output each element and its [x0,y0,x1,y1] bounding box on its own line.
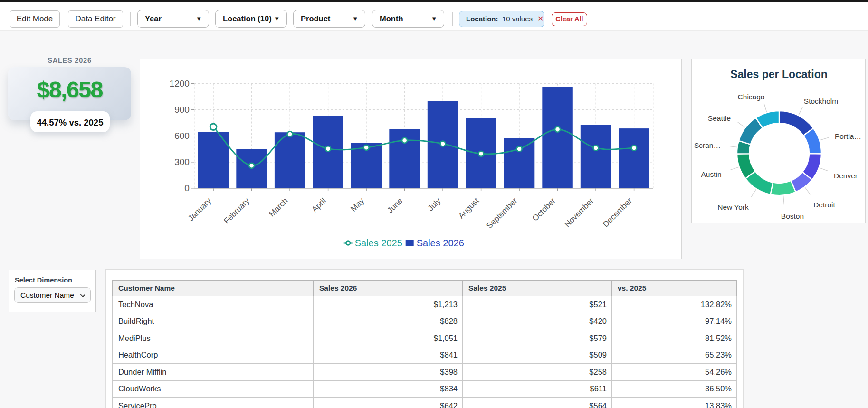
svg-text:Detroit: Detroit [813,201,835,209]
svg-text:Seattle: Seattle [708,114,731,122]
svg-text:300: 300 [174,157,190,167]
svg-text:New York: New York [717,203,749,211]
svg-text:Sales 2025: Sales 2025 [355,238,402,248]
svg-text:0: 0 [184,183,190,193]
svg-text:March: March [267,196,290,219]
svg-text:Sales 2026: Sales 2026 [417,238,464,248]
svg-text:August: August [457,196,481,221]
svg-text:900: 900 [174,105,190,115]
svg-text:Stockholm: Stockholm [804,97,838,105]
svg-text:January: January [186,196,213,223]
svg-text:Austin: Austin [701,170,721,178]
svg-text:Boston: Boston [781,212,804,220]
svg-text:February: February [222,196,251,225]
svg-text:April: April [310,196,327,214]
svg-text:July: July [426,196,443,213]
svg-text:Chicago: Chicago [738,93,765,101]
svg-text:Denver: Denver [834,172,858,180]
svg-text:Portla…: Portla… [835,132,861,140]
svg-text:June: June [385,196,404,215]
svg-text:November: November [563,196,596,229]
svg-text:1200: 1200 [170,78,190,88]
svg-text:Scran…: Scran… [694,141,721,149]
svg-text:600: 600 [174,131,190,141]
svg-text:September: September [485,196,519,230]
svg-text:May: May [349,196,366,213]
svg-text:October: October [531,196,557,223]
svg-text:December: December [601,196,634,229]
